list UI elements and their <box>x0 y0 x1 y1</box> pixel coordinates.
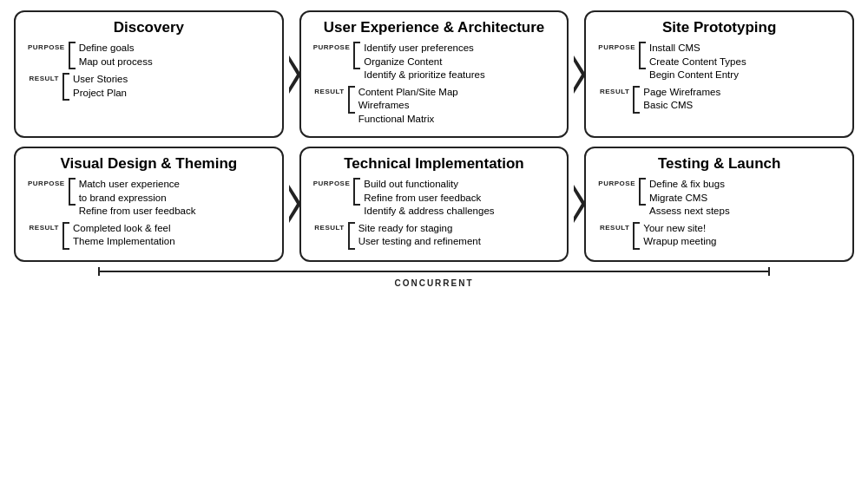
purpose-item-testing-launch-0: Define & fix bugs <box>649 178 730 192</box>
main-container: DiscoveryPURPOSEDefine goalsMap out proc… <box>14 10 854 262</box>
result-label-ux-architecture: RESULT <box>313 88 345 95</box>
result-section-technical-implementation: RESULTSite ready for stagingUser testing… <box>313 222 556 250</box>
purpose-section-technical-implementation: PURPOSEBuild out functionalityRefine fro… <box>313 178 556 219</box>
purpose-item-technical-implementation-2: Identify & address challenges <box>364 205 494 219</box>
phase-box-testing-launch: Testing & LaunchPURPOSEDefine & fix bugs… <box>584 147 854 262</box>
result-bracket-line-ux-architecture <box>348 86 355 114</box>
purpose-items-discovery: Define goalsMap out process <box>79 42 153 69</box>
result-section-discovery: RESULTUser StoriesProject Plan <box>28 73 270 101</box>
purpose-label-visual-design: PURPOSE <box>28 180 65 187</box>
phase-row-1: Visual Design & ThemingPURPOSEMatch user… <box>14 147 854 262</box>
purpose-item-visual-design-1: to brand expression <box>79 192 196 206</box>
purpose-section-testing-launch: PURPOSEDefine & fix bugsMigrate CMSAsses… <box>598 178 840 219</box>
purpose-label-technical-implementation: PURPOSE <box>313 180 351 187</box>
purpose-bracket-line-technical-implementation <box>353 178 360 206</box>
purpose-bracket-line-ux-architecture <box>353 42 360 69</box>
result-section-visual-design: RESULTCompleted look & feelTheme Impleme… <box>28 222 270 250</box>
result-item-discovery-0: User Stories <box>73 73 128 87</box>
result-bracket-testing-launch: Your new site!Wrapup meeting <box>633 222 716 250</box>
purpose-items-ux-architecture: Identify user preferencesOrganize Conten… <box>364 42 484 82</box>
phase-title-discovery: Discovery <box>28 19 270 36</box>
purpose-section-ux-architecture: PURPOSEIdentify user preferencesOrganize… <box>313 42 556 82</box>
result-items-discovery: User StoriesProject Plan <box>73 73 128 100</box>
purpose-item-testing-launch-2: Assess next steps <box>649 205 730 219</box>
result-bracket-line-technical-implementation <box>348 222 355 250</box>
concurrent-label: CONCURRENT <box>394 278 473 288</box>
result-bracket-line-site-prototyping <box>633 86 640 114</box>
result-section-testing-launch: RESULTYour new site!Wrapup meeting <box>598 222 840 250</box>
purpose-item-ux-architecture-0: Identify user preferences <box>364 42 484 56</box>
purpose-items-testing-launch: Define & fix bugsMigrate CMSAssess next … <box>649 178 730 219</box>
purpose-item-discovery-0: Define goals <box>79 42 153 56</box>
purpose-items-visual-design: Match user experienceto brand expression… <box>79 178 196 219</box>
concurrent-horiz-line <box>100 271 768 272</box>
purpose-bracket-testing-launch: Define & fix bugsMigrate CMSAssess next … <box>639 178 730 219</box>
purpose-items-site-prototyping: Install CMSCreate Content TypesBegin Con… <box>649 42 746 82</box>
result-item-ux-architecture-2: Functional Matrix <box>358 113 458 127</box>
result-item-site-prototyping-0: Page Wireframes <box>643 86 720 100</box>
result-bracket-line-testing-launch <box>633 222 640 250</box>
purpose-bracket-discovery: Define goalsMap out process <box>69 42 153 69</box>
purpose-bracket-line-discovery <box>69 42 76 69</box>
purpose-label-discovery: PURPOSE <box>28 43 65 51</box>
phase-title-technical-implementation: Technical Implementation <box>313 155 556 173</box>
purpose-bracket-visual-design: Match user experienceto brand expression… <box>69 178 196 219</box>
phase-box-discovery: DiscoveryPURPOSEDefine goalsMap out proc… <box>14 10 284 138</box>
concurrent-bar: CONCURRENT <box>14 267 854 288</box>
purpose-item-ux-architecture-1: Organize Content <box>364 56 484 69</box>
purpose-section-visual-design: PURPOSEMatch user experienceto brand exp… <box>28 178 270 219</box>
result-item-site-prototyping-1: Basic CMS <box>643 99 720 113</box>
purpose-bracket-ux-architecture: Identify user preferencesOrganize Conten… <box>353 42 484 82</box>
purpose-item-visual-design-0: Match user experience <box>79 178 196 192</box>
result-items-ux-architecture: Content Plan/Site MapWireframesFunctiona… <box>358 86 458 127</box>
result-bracket-discovery: User StoriesProject Plan <box>62 73 128 101</box>
result-bracket-line-discovery <box>62 73 69 101</box>
result-item-testing-launch-1: Wrapup meeting <box>643 235 716 249</box>
concurrent-tick-right <box>768 267 770 276</box>
result-item-testing-launch-0: Your new site! <box>643 222 716 236</box>
purpose-item-technical-implementation-0: Build out functionality <box>364 178 494 192</box>
concurrent-line <box>98 267 770 276</box>
result-section-ux-architecture: RESULTContent Plan/Site MapWireframesFun… <box>313 86 556 127</box>
purpose-bracket-line-site-prototyping <box>639 42 646 69</box>
result-item-ux-architecture-0: Content Plan/Site Map <box>358 86 458 100</box>
result-bracket-ux-architecture: Content Plan/Site MapWireframesFunctiona… <box>348 86 458 127</box>
purpose-item-discovery-1: Map out process <box>79 56 153 69</box>
phase-box-ux-architecture: User Experience & ArchitecturePURPOSEIde… <box>299 10 569 138</box>
result-item-visual-design-0: Completed look & feel <box>73 222 175 236</box>
phase-row-0: DiscoveryPURPOSEDefine goalsMap out proc… <box>14 10 854 138</box>
result-label-site-prototyping: RESULT <box>598 88 629 95</box>
result-items-technical-implementation: Site ready for stagingUser testing and r… <box>358 222 481 249</box>
result-items-testing-launch: Your new site!Wrapup meeting <box>643 222 716 249</box>
purpose-label-ux-architecture: PURPOSE <box>313 43 351 51</box>
result-item-discovery-1: Project Plan <box>73 87 128 101</box>
purpose-item-testing-launch-1: Migrate CMS <box>649 192 730 206</box>
purpose-section-site-prototyping: PURPOSEInstall CMSCreate Content TypesBe… <box>598 42 840 82</box>
purpose-bracket-technical-implementation: Build out functionalityRefine from user … <box>353 178 494 219</box>
purpose-items-technical-implementation: Build out functionalityRefine from user … <box>364 178 494 219</box>
purpose-label-testing-launch: PURPOSE <box>598 180 635 187</box>
result-items-site-prototyping: Page WireframesBasic CMS <box>643 86 720 113</box>
phase-title-site-prototyping: Site Prototyping <box>598 19 840 36</box>
result-item-technical-implementation-1: User testing and refinement <box>358 235 481 249</box>
result-bracket-site-prototyping: Page WireframesBasic CMS <box>633 86 720 114</box>
result-label-visual-design: RESULT <box>28 224 59 232</box>
phase-title-ux-architecture: User Experience & Architecture <box>313 19 556 36</box>
result-bracket-visual-design: Completed look & feelTheme Implementatio… <box>62 222 175 250</box>
purpose-bracket-line-visual-design <box>69 178 76 206</box>
result-bracket-technical-implementation: Site ready for stagingUser testing and r… <box>348 222 481 250</box>
result-label-technical-implementation: RESULT <box>313 224 345 232</box>
result-label-testing-launch: RESULT <box>598 224 629 232</box>
result-label-discovery: RESULT <box>28 75 59 82</box>
purpose-section-discovery: PURPOSEDefine goalsMap out process <box>28 42 270 69</box>
purpose-item-ux-architecture-2: Identify & prioritize features <box>364 69 484 82</box>
phase-box-visual-design: Visual Design & ThemingPURPOSEMatch user… <box>14 147 284 262</box>
purpose-item-site-prototyping-1: Create Content Types <box>649 56 746 69</box>
result-section-site-prototyping: RESULTPage WireframesBasic CMS <box>598 86 840 114</box>
result-items-visual-design: Completed look & feelTheme Implementatio… <box>73 222 175 249</box>
result-item-technical-implementation-0: Site ready for staging <box>358 222 481 236</box>
result-item-ux-architecture-1: Wireframes <box>358 99 458 113</box>
purpose-bracket-line-testing-launch <box>639 178 646 206</box>
phase-box-site-prototyping: Site PrototypingPURPOSEInstall CMSCreate… <box>584 10 854 138</box>
phase-title-testing-launch: Testing & Launch <box>598 155 840 173</box>
